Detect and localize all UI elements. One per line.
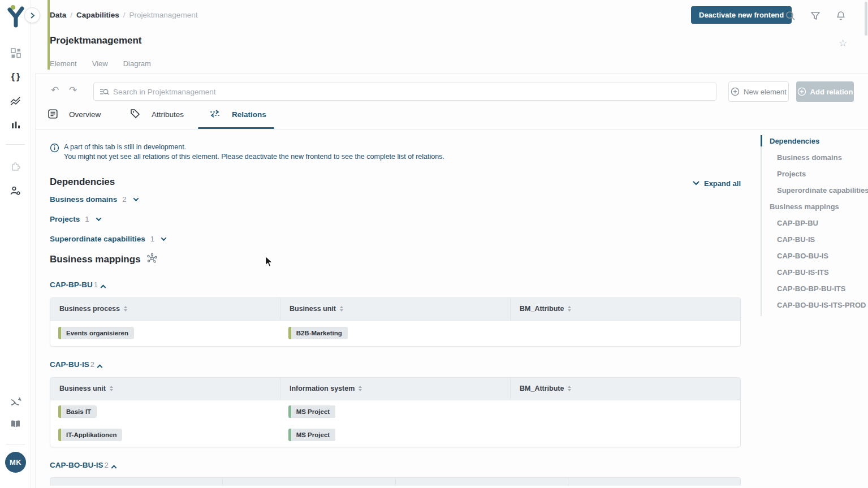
business-mappings-heading: Business mappings <box>50 254 141 265</box>
element-chip[interactable]: B2B-Marketing <box>288 327 348 339</box>
search-icon[interactable] <box>785 10 796 21</box>
table-column-header[interactable]: Business process <box>50 298 280 320</box>
menu-element[interactable]: Element <box>50 59 77 68</box>
chevron-up-icon <box>111 465 116 470</box>
table-cell: Events organisieren <box>50 321 280 346</box>
chevron-down-icon <box>693 181 699 185</box>
dependency-group-count: 1 <box>150 235 154 243</box>
tab-attributes[interactable]: Attributes <box>130 109 215 120</box>
toc-item[interactable]: CAP-BO-BU-IS <box>762 251 868 261</box>
toc-item[interactable]: CAP-BU-IS-ITS <box>762 267 868 277</box>
mapping-section-count: 1 <box>94 280 98 289</box>
expand-panel-button[interactable] <box>24 7 40 23</box>
table-column-header[interactable]: Business unit <box>280 298 510 320</box>
dependency-group-label: Projects <box>50 215 80 223</box>
sort-icon <box>568 306 571 312</box>
toc-item[interactable]: CAP-BP-BU <box>762 218 868 228</box>
toc-item[interactable]: Dependencies <box>762 136 868 146</box>
toc-item[interactable]: Business domains <box>762 152 868 162</box>
table-cell: IT-Applikationen <box>50 424 280 447</box>
element-chip[interactable]: IT-Applikationen <box>58 429 122 441</box>
undo-icon[interactable]: ↶ <box>51 84 59 96</box>
trend-lines-icon[interactable] <box>0 96 31 106</box>
deactivate-frontend-button[interactable]: Deactivate new frontend <box>691 6 792 24</box>
menu-diagram[interactable]: Diagram <box>123 59 151 68</box>
search-input[interactable] <box>113 88 710 96</box>
dependency-groups: Business domains2Projects1Superordinate … <box>50 195 741 243</box>
bar-chart-icon[interactable] <box>0 120 31 130</box>
mapping-table: Business processBusiness unitBM_Attribut… <box>50 297 741 347</box>
toc-item[interactable]: Business mappings <box>762 201 868 211</box>
user-avatar[interactable]: MK <box>5 452 26 473</box>
table-header-cell <box>50 478 222 486</box>
mapping-section-toggle[interactable]: CAP-BU-IS2 <box>50 360 741 369</box>
bell-icon[interactable] <box>835 10 847 21</box>
table-column-header[interactable]: Information system <box>280 378 510 400</box>
app-logo-icon[interactable] <box>7 5 25 31</box>
sort-icon <box>110 386 113 391</box>
mouse-cursor <box>265 256 275 270</box>
redo-icon[interactable]: ↷ <box>69 84 77 96</box>
tab-attributes-label: Attributes <box>152 110 184 119</box>
mapping-section-toggle[interactable]: CAP-BO-BU-IS2 <box>50 461 741 469</box>
accent-strip <box>47 0 50 70</box>
book-icon[interactable] <box>0 419 31 429</box>
expand-all-label: Expand all <box>704 179 741 188</box>
dependency-group-label: Superordinate capabilities <box>50 235 145 243</box>
table-column-header[interactable]: BM_Attribute <box>510 378 740 400</box>
element-search <box>93 83 716 101</box>
toc-item[interactable]: CAP-BO-BP-BU-ITS <box>762 283 868 293</box>
breadcrumb-current: Projektmanagement <box>129 11 198 19</box>
table-column-header[interactable]: BM_Attribute <box>510 298 740 320</box>
toc-item[interactable]: Projects <box>762 169 868 179</box>
code-icon[interactable]: { } <box>0 72 31 82</box>
breadcrumb-capabilities[interactable]: Capabilities <box>76 11 119 19</box>
tab-overview-label: Overview <box>69 110 101 119</box>
table-header-row: Business unitInformation systemBM_Attrib… <box>50 378 740 400</box>
dependencies-heading: Dependencies <box>50 176 115 188</box>
breadcrumb: Data/Capabilities/Projektmanagement <box>50 11 197 19</box>
filter-icon[interactable] <box>810 10 821 21</box>
column-header-label: Business unit <box>290 305 336 313</box>
table-row: IT-ApplikationenMS Project <box>50 424 740 447</box>
new-element-button[interactable]: New element <box>728 81 789 102</box>
chip-label: B2B-Marketing <box>291 330 348 336</box>
table-cell: Basis IT <box>50 400 280 424</box>
dependency-group-count: 2 <box>122 195 126 204</box>
notice-line2: You might not yet see all relations of t… <box>64 152 444 162</box>
scrollbar-thumb[interactable] <box>865 2 867 36</box>
page-menu: Element View Diagram <box>50 59 151 68</box>
dashboard-icon[interactable] <box>0 48 31 58</box>
puzzle-icon[interactable] <box>0 161 31 172</box>
toc-item[interactable]: CAP-BU-IS <box>762 234 868 244</box>
element-chip[interactable]: Events organisieren <box>58 327 134 339</box>
element-chip[interactable]: MS Project <box>288 405 335 418</box>
mapping-section-count: 2 <box>105 461 109 469</box>
breadcrumb-data[interactable]: Data <box>50 11 66 19</box>
tab-relations[interactable]: Relations <box>209 110 266 119</box>
dependency-group-toggle[interactable]: Superordinate capabilities1 <box>50 235 741 243</box>
dependency-group-toggle[interactable]: Projects1 <box>50 215 741 223</box>
header-divider <box>35 74 868 74</box>
add-relation-button[interactable]: Add relation <box>796 81 854 102</box>
chevron-up-icon <box>97 364 103 370</box>
mapping-section-toggle[interactable]: CAP-BP-BU1 <box>50 280 741 289</box>
user-settings-icon[interactable] <box>0 185 31 196</box>
table-column-header[interactable]: Business unit <box>50 378 280 400</box>
expand-all-button[interactable]: Expand all <box>693 179 741 188</box>
add-relation-label: Add relation <box>810 88 853 96</box>
menu-view[interactable]: View <box>92 59 108 68</box>
favorite-star-icon[interactable]: ☆ <box>839 37 847 49</box>
chevron-down-icon <box>133 196 139 201</box>
element-chip[interactable]: MS Project <box>288 429 335 441</box>
dependency-group-toggle[interactable]: Business domains2 <box>50 195 741 204</box>
tab-divider <box>35 129 868 129</box>
branch-arrow-icon[interactable] <box>0 398 31 408</box>
table-cell <box>510 321 740 346</box>
mapping-table-partial <box>50 477 741 486</box>
element-chip[interactable]: Basis IT <box>58 405 97 418</box>
toc-item[interactable]: Superordinate capabilities <box>762 185 868 195</box>
chevron-down-icon <box>161 235 167 241</box>
table-cell: B2B-Marketing <box>280 321 511 346</box>
toc-item[interactable]: CAP-BO-BU-IS-ITS-PROD <box>762 300 868 310</box>
